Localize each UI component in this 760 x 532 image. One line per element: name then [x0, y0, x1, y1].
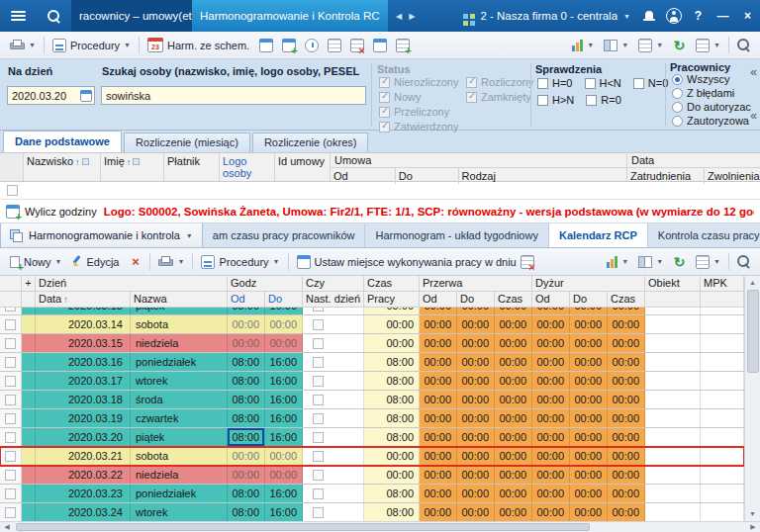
checkbox[interactable] — [313, 338, 324, 349]
col-data-zatrudnienia[interactable]: Zatrudnienia — [627, 168, 705, 184]
date-cell[interactable]: 2020.03.14 — [36, 315, 131, 333]
col-platnik[interactable]: Płatnik — [164, 153, 220, 181]
expand-cell[interactable] — [22, 315, 36, 333]
table-options-button[interactable]: ▼ — [691, 252, 725, 272]
hours-to-cell[interactable]: 16:00 — [265, 308, 303, 314]
checkbox[interactable] — [313, 470, 324, 481]
duty-time-cell[interactable]: 00:00 — [608, 409, 645, 427]
help-button[interactable]: ? — [686, 0, 711, 32]
menu-button[interactable] — [0, 0, 36, 32]
grid-view-button[interactable]: ▼ — [633, 36, 668, 55]
schedule-row[interactable]: 2020.03.19czwartek08:0016:0008:0000:0000… — [0, 409, 744, 428]
object-cell[interactable] — [645, 315, 701, 333]
checkbox[interactable] — [313, 308, 324, 311]
hours-from-cell[interactable]: 08:00 — [228, 409, 265, 427]
work-time-cell[interactable]: 08:00 — [364, 409, 420, 427]
duty-from-cell[interactable]: 00:00 — [532, 466, 570, 484]
duty-from-cell[interactable]: 00:00 — [532, 428, 570, 446]
mpk-cell[interactable] — [701, 334, 744, 352]
date-cell[interactable]: 2020.03.13 — [36, 308, 131, 314]
hours-to-cell[interactable]: 16:00 — [265, 428, 303, 446]
break-time-cell[interactable]: 00:00 — [495, 428, 532, 446]
hours-from-cell[interactable]: 08:00 — [228, 503, 265, 521]
next-day-cell[interactable] — [303, 353, 364, 371]
day-name-cell[interactable]: sobota — [131, 315, 228, 333]
checkbox[interactable] — [5, 507, 16, 518]
hours-from-cell[interactable]: 08:00 — [228, 391, 265, 408]
object-cell[interactable] — [645, 353, 701, 371]
procedury-button[interactable]: Procedury▼ — [196, 252, 284, 272]
scroll-down-icon[interactable]: ▼ — [745, 507, 760, 521]
next-day-cell[interactable] — [303, 308, 364, 314]
break-from-cell[interactable]: 00:00 — [420, 353, 457, 371]
tab-pracownicy-umowy[interactable]: racownicy – umowy(etaty) — [71, 0, 192, 32]
work-time-cell[interactable]: 08:00 — [364, 428, 420, 446]
checkbox[interactable] — [5, 395, 16, 405]
mpk-cell[interactable] — [701, 428, 744, 446]
checkbox-icon[interactable] — [586, 95, 597, 106]
work-time-cell[interactable]: 08:00 — [364, 372, 420, 390]
checkbox[interactable] — [5, 357, 16, 368]
hours-to-cell[interactable]: 00:00 — [265, 315, 303, 333]
break-from-cell[interactable]: 00:00 — [420, 334, 457, 352]
hours-from-cell[interactable]: 08:00 — [228, 485, 265, 502]
delete-button[interactable]: × — [124, 251, 146, 273]
duty-from-cell[interactable]: 00:00 — [532, 391, 570, 408]
duty-time-cell[interactable]: 00:00 — [608, 447, 645, 465]
date-cell[interactable]: 2020.03.17 — [36, 372, 131, 390]
break-from-cell[interactable]: 00:00 — [420, 315, 457, 333]
day-name-cell[interactable]: środa — [131, 391, 228, 408]
col-przerwa-od[interactable]: Od — [420, 292, 457, 308]
col-logo-osoby[interactable]: Logo osoby — [220, 153, 275, 181]
next-day-cell[interactable] — [303, 466, 364, 484]
hours-from-cell[interactable]: 00:00 — [228, 466, 265, 484]
next-day-cell[interactable] — [303, 447, 364, 465]
nowy-button[interactable]: Nowy▼ — [5, 253, 66, 271]
duty-time-cell[interactable]: 00:00 — [608, 334, 645, 352]
duty-to-cell[interactable]: 00:00 — [570, 409, 608, 427]
break-time-cell[interactable]: 00:00 — [495, 391, 532, 408]
hours-from-cell[interactable]: 08:00 — [228, 353, 265, 371]
col-id-umowy[interactable]: Id umowy — [275, 153, 331, 181]
check-r0[interactable]: R=0 — [586, 94, 621, 106]
row-select-cell[interactable] — [0, 308, 22, 314]
radio-icon[interactable] — [672, 74, 683, 85]
mpk-cell[interactable] — [701, 315, 744, 333]
work-time-cell[interactable]: 08:00 — [364, 353, 420, 371]
hours-from-cell[interactable]: 08:00 — [228, 308, 265, 314]
break-time-cell[interactable]: 00:00 — [495, 409, 532, 427]
col-nazwisko[interactable]: Nazwisko↑ — [24, 153, 101, 181]
break-from-cell[interactable]: 00:00 — [420, 391, 457, 408]
break-time-cell[interactable]: 00:00 — [495, 334, 532, 352]
radio-do-autoryzacji[interactable]: Do autoryzac — [672, 101, 751, 113]
radio-icon[interactable] — [672, 88, 683, 99]
break-time-cell[interactable]: 00:00 — [495, 372, 532, 390]
duty-to-cell[interactable]: 00:00 — [570, 466, 608, 484]
checkbox[interactable] — [5, 319, 16, 330]
tab-harmonogramowanie[interactable]: Harmonogramowanie i Kontrola RC — [192, 0, 388, 32]
break-time-cell[interactable]: 00:00 — [495, 447, 532, 465]
break-from-cell[interactable]: 00:00 — [420, 308, 457, 314]
break-time-cell[interactable]: 00:00 — [495, 466, 532, 484]
advanced-search-button[interactable] — [732, 251, 755, 273]
hours-from-cell[interactable]: 08:00 — [228, 372, 265, 390]
col-group-czy[interactable]: Czy — [303, 276, 364, 292]
calendar-table-button[interactable] — [254, 35, 277, 56]
checkbox[interactable] — [313, 357, 324, 368]
person-search-input[interactable] — [101, 86, 366, 105]
duty-from-cell[interactable]: 00:00 — [532, 485, 570, 502]
break-to-cell[interactable]: 00:00 — [457, 466, 495, 484]
date-cell[interactable]: 2020.03.19 — [36, 409, 131, 427]
tab-rozliczenie-miesiac[interactable]: Rozliczenie (miesiąc) — [124, 133, 250, 152]
col-group-przerwa[interactable]: Przerwa — [420, 276, 532, 292]
scrollbar-thumb[interactable] — [16, 523, 590, 531]
checkbox-icon[interactable] — [633, 78, 644, 89]
vertical-scrollbar[interactable]: ▲ ▼ — [744, 276, 760, 521]
close-button[interactable]: × — [735, 0, 760, 32]
table-options-button[interactable]: ▼ — [691, 36, 725, 55]
advanced-search-button[interactable] — [732, 35, 755, 56]
duty-to-cell[interactable]: 00:00 — [570, 428, 608, 446]
calendar-picker-icon[interactable] — [80, 90, 92, 102]
check-h0[interactable]: H=0 — [537, 77, 573, 89]
hours-to-cell[interactable]: 00:00 — [265, 334, 303, 352]
